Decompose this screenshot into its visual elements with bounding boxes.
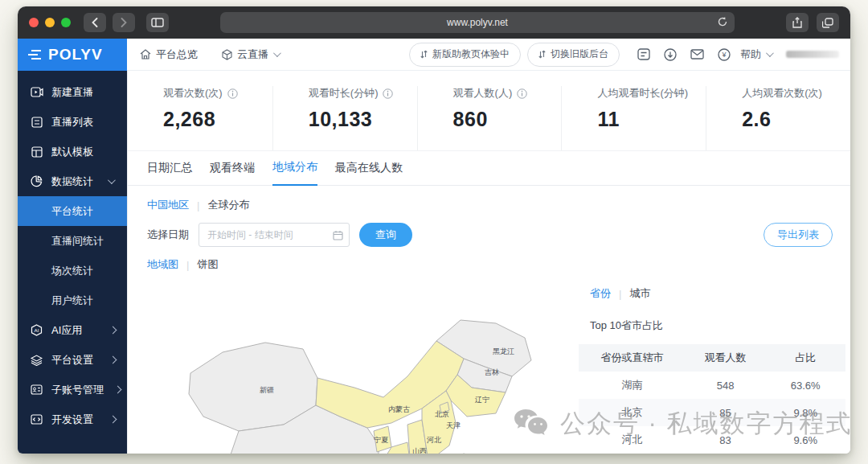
stat-card-view-count: 观看次数(次) 2,268 (128, 86, 272, 150)
table-header-row: 省份或直辖市 观看人数 占比 (579, 344, 845, 372)
sidebar-item-platform-settings[interactable]: 平台设置 (18, 345, 127, 375)
logo-block[interactable]: POLYV (18, 39, 127, 71)
sidebar-item-data-statistics[interactable]: 数据统计 (18, 166, 127, 196)
viewers-cell: 85 (686, 399, 766, 426)
stat-card-viewers: 观看人数(人) 860 (417, 86, 562, 150)
export-list-button[interactable]: 导出列表 (764, 223, 833, 247)
pie-view-link[interactable]: 饼图 (197, 257, 218, 272)
tab-date-summary[interactable]: 日期汇总 (147, 161, 192, 185)
nav-product-label: 云直播 (237, 47, 268, 62)
chevron-right-icon (114, 386, 122, 394)
sidebar-subitem-room-stats[interactable]: 直播间统计 (18, 226, 127, 256)
map-view-link[interactable]: 地域图 (147, 257, 178, 272)
old-console-pill-button[interactable]: 切换旧版后台 (527, 43, 620, 67)
zoom-window-button[interactable] (61, 18, 71, 27)
province-scope-link[interactable]: 省份 (590, 286, 611, 301)
sidebar-item-label: 子账号管理 (51, 383, 104, 397)
account-name-redacted[interactable] (786, 51, 839, 58)
province-cell: 河北 (579, 426, 686, 454)
tabs-row: 日期汇总 观看终端 地域分布 最高在线人数 (128, 151, 850, 186)
mail-icon[interactable] (690, 49, 704, 60)
tab-overview-button[interactable] (817, 13, 839, 32)
download-icon[interactable] (664, 48, 677, 61)
info-icon[interactable] (517, 88, 527, 99)
switch-arrows-icon (538, 50, 546, 59)
city-scope-link[interactable]: 城市 (629, 286, 650, 301)
china-region-link[interactable]: 中国地区 (147, 198, 189, 212)
sidebar-item-ai-apps[interactable]: AI AI应用 (18, 315, 127, 345)
info-icon[interactable] (383, 88, 393, 99)
close-window-button[interactable] (29, 18, 39, 27)
china-map[interactable]: 新疆 黑龙江 吉林 辽宁 内蒙古 北京 天津 宁夏 山西 河北 山东 青海 甘肃 (181, 310, 567, 454)
template-icon (30, 146, 43, 158)
calendar-icon[interactable] (333, 230, 343, 240)
svg-text:¥: ¥ (721, 51, 727, 59)
tab-view-terminal[interactable]: 观看终端 (210, 161, 255, 185)
table-row: 湖南 548 63.6% (579, 372, 845, 399)
pct-cell: 9.6% (765, 426, 845, 454)
reload-button[interactable] (717, 16, 728, 27)
map-label: 天津 (446, 421, 461, 429)
chevron-right-icon (109, 416, 117, 424)
pct-cell: 9.8% (765, 399, 845, 426)
global-region-link[interactable]: 全球分布 (207, 198, 249, 212)
sidebar-item-default-template[interactable]: 默认模板 (18, 137, 127, 166)
new-version-pill-label: 新版助教页体验中 (432, 47, 510, 61)
pct-cell: 63.6% (765, 372, 845, 399)
province-cell: 湖南 (579, 372, 686, 399)
share-button[interactable] (786, 13, 809, 32)
query-button[interactable]: 查询 (359, 223, 412, 247)
sidebar-icon (151, 18, 164, 27)
pie-chart-icon (30, 175, 43, 187)
divider: | (186, 259, 189, 271)
map-label: 北京 (435, 410, 449, 418)
sidebar-toggle-button[interactable] (146, 13, 169, 32)
back-button[interactable] (84, 13, 106, 32)
sidebar-item-dev-settings[interactable]: 开发设置 (18, 404, 127, 434)
info-icon[interactable] (227, 88, 238, 99)
table-row: 河北 83 9.6% (579, 426, 845, 454)
sidebar-subitem-label: 场次统计 (51, 264, 93, 278)
tab-max-online[interactable]: 最高在线人数 (335, 161, 403, 185)
sidebar-item-subaccounts[interactable]: 子账号管理 (18, 375, 127, 404)
viewers-cell: 548 (686, 372, 766, 399)
divider: | (197, 199, 199, 211)
sidebar: 新建直播 直播列表 默认模板 数据统计 平台统计 直播间统计 场次统计 用户统计… (18, 71, 127, 454)
stat-label: 观看人数(人) (453, 86, 513, 101)
column-header: 占比 (765, 344, 845, 372)
stat-value: 10,133 (309, 108, 417, 131)
sidebar-item-label: 开发设置 (51, 413, 93, 427)
tabs-icon (822, 18, 833, 28)
sidebar-item-label: 默认模板 (51, 145, 93, 159)
stat-value: 860 (453, 108, 562, 131)
tab-region-distribution[interactable]: 地域分布 (272, 160, 317, 186)
help-menu[interactable]: 帮助 (740, 47, 772, 62)
url-bar[interactable]: www.polyv.net (220, 12, 735, 33)
map-label: 辽宁 (475, 396, 489, 404)
date-label: 选择日期 (147, 228, 189, 242)
sidebar-subitem-session-stats[interactable]: 场次统计 (18, 256, 127, 285)
balance-yuan-icon[interactable]: ¥ (718, 48, 731, 61)
polyv-logo: POLYV (48, 46, 103, 64)
map-label: 山西 (412, 447, 427, 454)
new-version-pill-button[interactable]: 新版助教页体验中 (409, 43, 521, 67)
sidebar-item-live-list[interactable]: 直播列表 (18, 107, 127, 137)
sidebar-subitem-platform-stats[interactable]: 平台统计 (18, 196, 127, 226)
forward-button[interactable] (113, 13, 135, 32)
nav-product-switcher[interactable]: 云直播 (222, 47, 279, 62)
map-label: 河北 (427, 436, 441, 444)
menu-icon[interactable] (28, 50, 41, 60)
sidebar-subitem-user-stats[interactable]: 用户统计 (18, 285, 127, 315)
stat-card-avg-minutes: 人均观看时长(分钟) 11 (561, 86, 706, 150)
sidebar-item-new-live[interactable]: 新建直播 (18, 77, 127, 107)
nav-platform-overview[interactable]: 平台总览 (140, 47, 198, 62)
sidebar-item-label: 平台设置 (51, 353, 93, 368)
document-icon[interactable] (637, 48, 650, 60)
map-label: 内蒙古 (388, 405, 410, 413)
sidebar-subitem-label: 平台统计 (51, 204, 93, 219)
minimize-window-button[interactable] (45, 18, 55, 27)
live-camera-icon (30, 87, 43, 97)
date-range-input[interactable] (199, 223, 350, 247)
stat-label: 观看次数(次) (163, 86, 223, 101)
main-content: 观看次数(次) 2,268 观看时长(分钟) 10,133 观看人数(人) 86… (127, 71, 850, 454)
